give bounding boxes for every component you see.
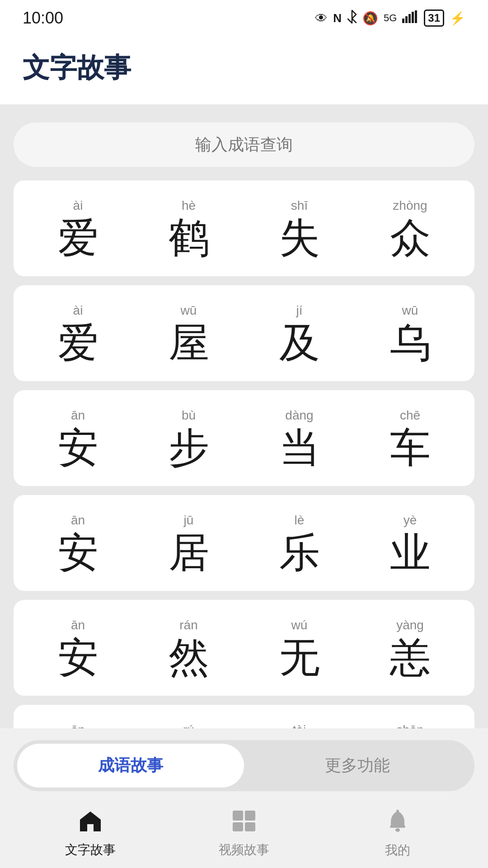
nav-wenzigushi[interactable]: 文字故事 xyxy=(14,810,167,859)
char-pinyin: bù xyxy=(182,408,196,423)
mute-icon: 🔕 xyxy=(362,11,378,26)
status-bar: 10:00 👁 N 🔕 5G 31 ⚡ xyxy=(0,0,488,36)
char-pinyin: wū xyxy=(402,303,418,318)
char-pinyin: ān xyxy=(71,408,85,423)
tab-gengduogongneng[interactable]: 更多功能 xyxy=(244,744,471,788)
idiom-card-2[interactable]: ài爱wū屋jí及wū乌 xyxy=(14,285,474,381)
char-item: ài爱 xyxy=(23,303,133,363)
charging-icon: ⚡ xyxy=(450,11,465,26)
home-icon xyxy=(78,810,103,838)
idiom-card-1[interactable]: ài爱hè鹤shī失zhòng众 xyxy=(14,180,474,276)
idiom-card-4[interactable]: ān安jū居lè乐yè业 xyxy=(14,495,474,591)
char-pinyin: dàng xyxy=(285,408,313,423)
char-pinyin: ài xyxy=(73,198,83,213)
svg-point-10 xyxy=(395,828,400,832)
bottom-tab-area: 成语故事 更多功能 文字故事 视频故事 xyxy=(0,731,488,868)
char-hanzi: 业 xyxy=(390,532,431,573)
char-pinyin: wú xyxy=(291,618,308,632)
char-item: zhòng众 xyxy=(355,198,465,258)
char-item: ān安 xyxy=(23,618,133,678)
bell-icon xyxy=(386,809,409,838)
char-item: lè乐 xyxy=(244,513,355,573)
idiom-card-3[interactable]: ān安bù步dàng当chē车 xyxy=(14,390,474,486)
char-item: yàng恙 xyxy=(355,618,465,678)
signal-icon: 5G xyxy=(384,12,397,24)
video-icon xyxy=(232,810,256,838)
char-pinyin: jí xyxy=(296,303,303,318)
nfc-icon: N xyxy=(333,11,342,25)
svg-rect-9 xyxy=(390,826,405,828)
char-item: wū屋 xyxy=(133,303,244,363)
idiom-card-6[interactable]: ān安rú如tài泰shān山 xyxy=(14,705,474,728)
char-pinyin: hè xyxy=(182,198,196,213)
char-item: shān山 xyxy=(355,723,465,728)
char-pinyin: shī xyxy=(291,198,308,213)
char-hanzi: 然 xyxy=(169,637,209,678)
battery-level: 31 xyxy=(428,12,440,24)
char-pinyin: wū xyxy=(181,303,197,318)
signal-bars xyxy=(402,10,418,26)
char-item: rú如 xyxy=(133,723,244,728)
header: 文字故事 xyxy=(0,36,488,104)
idiom-list: ài爱hè鹤shī失zhòng众ài爱wū屋jí及wū乌ān安bù步dàng当c… xyxy=(14,180,474,728)
char-hanzi: 及 xyxy=(279,322,320,363)
char-hanzi: 爱 xyxy=(58,217,99,258)
char-pinyin: ān xyxy=(71,618,85,632)
eye-icon: 👁 xyxy=(315,11,328,26)
char-pinyin: ài xyxy=(73,303,83,318)
char-pinyin: ān xyxy=(71,723,85,728)
char-hanzi: 鹤 xyxy=(169,217,209,258)
char-pinyin: jū xyxy=(184,513,194,528)
status-icons: 👁 N 🔕 5G 31 ⚡ xyxy=(315,9,465,27)
svg-rect-3 xyxy=(412,12,414,23)
char-pinyin: tài xyxy=(293,723,306,728)
char-hanzi: 无 xyxy=(279,637,320,678)
svg-rect-8 xyxy=(245,822,255,831)
char-item: ān安 xyxy=(23,513,133,573)
svg-rect-1 xyxy=(405,16,408,23)
char-item: ài爱 xyxy=(23,198,133,258)
nav-shipingushi-label: 视频故事 xyxy=(219,841,269,859)
char-hanzi: 乌 xyxy=(390,322,431,363)
char-item: jū居 xyxy=(133,513,244,573)
nav-shipingushi[interactable]: 视频故事 xyxy=(167,810,321,859)
char-pinyin: lè xyxy=(295,513,305,528)
char-pinyin: yàng xyxy=(396,618,424,632)
svg-rect-7 xyxy=(233,822,243,831)
tab-chengyugushi[interactable]: 成语故事 xyxy=(17,744,244,788)
char-pinyin: yè xyxy=(404,513,417,528)
char-pinyin: ān xyxy=(71,513,85,528)
char-item: tài泰 xyxy=(244,723,355,728)
bottom-nav: 文字故事 视频故事 我的 xyxy=(14,805,474,859)
svg-rect-5 xyxy=(233,811,243,821)
char-pinyin: rú xyxy=(183,723,194,728)
char-hanzi: 恙 xyxy=(390,637,431,678)
char-pinyin: zhòng xyxy=(393,198,427,213)
svg-rect-4 xyxy=(415,10,417,23)
status-time: 10:00 xyxy=(23,9,63,28)
char-hanzi: 失 xyxy=(279,217,320,258)
nav-wode[interactable]: 我的 xyxy=(321,809,474,859)
tab-switcher: 成语故事 更多功能 xyxy=(14,740,474,791)
char-hanzi: 车 xyxy=(390,427,431,468)
char-hanzi: 爱 xyxy=(58,322,99,363)
char-item: hè鹤 xyxy=(133,198,244,258)
search-input[interactable] xyxy=(14,123,474,167)
char-hanzi: 众 xyxy=(390,217,431,258)
char-item: yè业 xyxy=(355,513,465,573)
battery-indicator: 31 xyxy=(424,9,444,27)
char-pinyin: rán xyxy=(179,618,197,632)
char-item: bù步 xyxy=(133,408,244,468)
char-pinyin: chē xyxy=(400,408,420,423)
char-hanzi: 步 xyxy=(169,427,209,468)
char-item: wú无 xyxy=(244,618,355,678)
char-hanzi: 安 xyxy=(58,532,99,573)
svg-rect-0 xyxy=(402,19,404,23)
idiom-card-5[interactable]: ān安rán然wú无yàng恙 xyxy=(14,600,474,696)
char-item: dàng当 xyxy=(244,408,355,468)
char-hanzi: 安 xyxy=(58,427,99,468)
char-item: rán然 xyxy=(133,618,244,678)
nav-wenzigushi-label: 文字故事 xyxy=(65,841,116,859)
char-item: chē车 xyxy=(355,408,465,468)
char-pinyin: shān xyxy=(396,723,424,728)
